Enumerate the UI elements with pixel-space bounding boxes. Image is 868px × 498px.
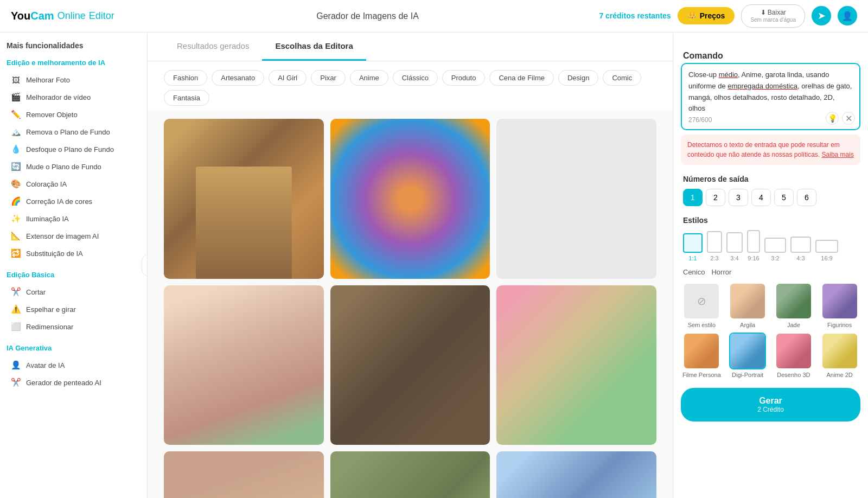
style-filme[interactable]: Filme Persona	[681, 333, 723, 378]
num-btn-1[interactable]: 1	[683, 189, 703, 206]
tab-resultados[interactable]: Resultados gerados	[164, 33, 262, 61]
lighting-icon: ✨	[11, 214, 21, 224]
style-jade[interactable]: Jade	[773, 283, 815, 328]
style-argila[interactable]: Argila	[727, 283, 769, 328]
header-actions: 7 créditos restantes 👑 Preços ⬇ Baixar S…	[599, 4, 857, 27]
download-icon: ⬇ Baixar	[761, 9, 786, 16]
ratio-3-4[interactable]: 3:4	[726, 232, 743, 261]
style-none[interactable]: ⊘ Sem estilo	[681, 283, 723, 328]
image-cell-8[interactable]	[330, 451, 490, 498]
image-cell-4[interactable]	[164, 285, 324, 445]
ratio-9-16[interactable]: 9:16	[747, 230, 760, 261]
num-btn-2[interactable]: 2	[706, 189, 725, 206]
sidebar-item-iluminacao[interactable]: ✨ Iluminação IA	[7, 210, 141, 227]
style-digi[interactable]: Digi-Portrait	[727, 333, 769, 378]
filter-aigirl[interactable]: AI Girl	[269, 70, 307, 86]
filter-fantasia[interactable]: Fantasia	[164, 90, 209, 106]
generate-button[interactable]: Gerar 2 Crédito	[681, 388, 860, 422]
logo-editor-text: Online	[58, 10, 86, 22]
image-cell-2[interactable]	[330, 119, 490, 279]
output-numbers-label: Números de saída	[673, 170, 868, 187]
remove-bg-icon: 🏔️	[11, 127, 21, 137]
credits-button[interactable]: 7 créditos restantes	[599, 11, 671, 20]
sidebar-item-video[interactable]: 🎬 Melhorador de vídeo	[7, 88, 141, 106]
color-correction-icon: 🌈	[11, 196, 21, 206]
command-box[interactable]: Close-up médio, Anime, garota linda, usa…	[681, 63, 860, 130]
filter-classico[interactable]: Clássico	[393, 70, 438, 86]
clear-button[interactable]: ✕	[842, 112, 855, 125]
image-cell-1[interactable]	[164, 119, 324, 279]
sidebar-item-avatar[interactable]: 👤 Avatar de IA	[7, 356, 141, 374]
style-figurinos[interactable]: Figurinos	[819, 283, 860, 328]
image-cell-7[interactable]	[164, 451, 324, 498]
sidebar-item-substituicao[interactable]: 🔁 Substituição de IA	[7, 245, 141, 262]
ratio-16-9[interactable]: 16:9	[815, 240, 838, 261]
sidebar-item-change-bg[interactable]: 🔄 Mude o Plano de Fundo	[7, 158, 141, 175]
image-cell-9[interactable]	[496, 451, 656, 498]
download-sub: Sem marca d'água	[750, 17, 796, 23]
sidebar-item-cortar[interactable]: ✂️ Cortar	[7, 283, 141, 301]
color-ai-icon: 🎨	[11, 179, 21, 189]
style-anime2d[interactable]: Anime 2D	[819, 333, 860, 378]
filter-comic[interactable]: Comic	[603, 70, 641, 86]
pricing-button[interactable]: 👑 Preços	[678, 7, 735, 24]
share-button[interactable]: ➤	[812, 6, 831, 25]
logo[interactable]: YouCam Online Editor	[11, 10, 114, 22]
sidebar-label: Substituição de IA	[26, 250, 83, 258]
sidebar-section-ai: Edição e melhoramento de IA	[7, 59, 141, 67]
flip-icon: ⚠️	[11, 304, 21, 314]
filter-fashion[interactable]: Fashion	[164, 70, 207, 86]
filter-produto[interactable]: Produto	[442, 70, 486, 86]
filter-artesanato[interactable]: Artesanato	[212, 70, 264, 86]
sidebar-label: Remover Objeto	[26, 111, 78, 119]
page-title: Gerador de Imagens de IA	[136, 11, 599, 21]
image-cell-5[interactable]	[330, 285, 490, 445]
crop-icon: ✂️	[11, 287, 21, 297]
comando-label: Comando	[673, 46, 868, 63]
sidebar-label: Melhorador de vídeo	[26, 93, 91, 101]
styles-label: Estilos	[673, 212, 868, 228]
crown-icon: 👑	[687, 11, 697, 20]
resize-icon: ⬜	[11, 322, 21, 331]
filter-design[interactable]: Design	[558, 70, 598, 86]
sidebar-label: Extensor de imagem AI	[26, 232, 99, 240]
sidebar-item-blur-bg[interactable]: 💧 Desfoque o Plano de Fundo	[7, 141, 141, 158]
style-horror[interactable]: Horror	[711, 268, 731, 276]
num-btn-5[interactable]: 5	[774, 189, 794, 206]
sidebar-item-remove-object[interactable]: ✏️ Remover Objeto	[7, 106, 141, 123]
filter-anime[interactable]: Anime	[350, 70, 388, 86]
style-cenico[interactable]: Cenico	[683, 268, 705, 276]
lightbulb-button[interactable]: 💡	[826, 112, 839, 125]
sidebar-item-correcao[interactable]: 🌈 Correção IA de cores	[7, 193, 141, 210]
tab-escolhas[interactable]: Escolhas da Editora	[262, 33, 366, 61]
ratio-2-3[interactable]: 2:3	[707, 231, 722, 261]
image-cell-6[interactable]	[496, 285, 656, 445]
download-button[interactable]: ⬇ Baixar Sem marca d'água	[741, 4, 805, 27]
sidebar-item-extensor[interactable]: 📐 Extensor de imagem AI	[7, 227, 141, 245]
style-desenho3d[interactable]: Desenho 3D	[773, 333, 815, 378]
num-btn-4[interactable]: 4	[751, 189, 771, 206]
user-avatar[interactable]: 👤	[838, 6, 857, 25]
sidebar-item-penteado[interactable]: ✂️ Gerador de penteado AI	[7, 374, 141, 391]
image-cell-3[interactable]	[496, 119, 656, 279]
sidebar-label: Melhorar Foto	[26, 76, 70, 84]
num-btn-6[interactable]: 6	[797, 189, 816, 206]
header: YouCam Online Editor Gerador de Imagens …	[0, 0, 868, 33]
ratio-4-3[interactable]: 4:3	[790, 237, 811, 261]
sidebar-collapse-button[interactable]: ‹	[142, 254, 148, 276]
num-btn-3[interactable]: 3	[729, 189, 748, 206]
user-icon: 👤	[842, 11, 853, 21]
filter-pixar[interactable]: Pixar	[311, 70, 346, 86]
sidebar-item-redimensionar[interactable]: ⬜ Redimensionar	[7, 318, 141, 335]
sidebar-item-coloracao[interactable]: 🎨 Coloração IA	[7, 175, 141, 193]
sidebar-item-espelhar[interactable]: ⚠️ Espelhar e girar	[7, 301, 141, 318]
ratio-3-2[interactable]: 3:2	[764, 238, 786, 261]
eraser-icon: ✏️	[11, 110, 21, 119]
blur-icon: 💧	[11, 144, 21, 154]
filter-cena[interactable]: Cena de Filme	[489, 70, 554, 86]
ratio-1-1[interactable]: 1:1	[683, 233, 703, 261]
sidebar-label: Desfoque o Plano de Fundo	[26, 145, 114, 154]
warning-link[interactable]: Saiba mais	[822, 151, 854, 158]
sidebar-item-remove-bg[interactable]: 🏔️ Remova o Plano de Fundo	[7, 123, 141, 141]
sidebar-item-melhorar-foto[interactable]: 🖼 Melhorar Foto	[7, 71, 141, 88]
